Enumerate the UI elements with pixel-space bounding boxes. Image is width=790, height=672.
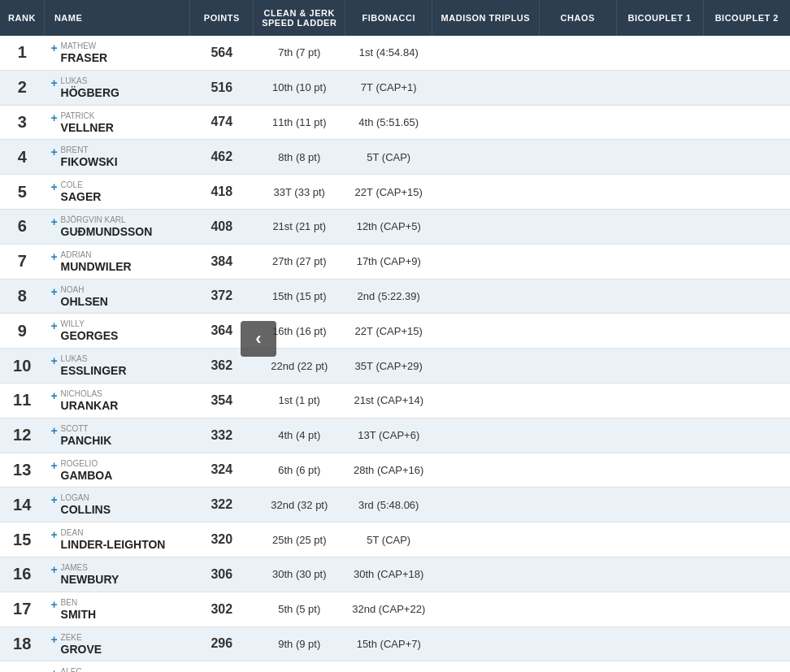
cell-cjsl: 7th (7 pt) — [254, 36, 345, 70]
cell-fibonacci: 4th (5:51.65) — [345, 105, 432, 140]
cell-fibonacci: 5T (CAP) — [345, 522, 432, 557]
expand-button[interactable]: + — [50, 250, 57, 263]
expand-button[interactable]: + — [50, 285, 57, 298]
cell-fibonacci: 30th (CAP+18) — [345, 557, 432, 592]
header-name: NAME — [44, 0, 190, 36]
expand-button[interactable]: + — [50, 459, 57, 472]
name-text: ROGELIO GAMBOA — [61, 458, 113, 483]
table-row: 9 + WILLY GEORGES 36416th (16 pt)22T (CA… — [0, 314, 790, 349]
expand-button[interactable]: + — [50, 598, 57, 611]
cell-chaos — [539, 557, 616, 592]
name-text: BEN SMITH — [61, 597, 97, 622]
name-text: LUKAS HÖGBERG — [61, 76, 119, 100]
name-row: + COLE SAGER — [50, 180, 184, 204]
expand-button[interactable]: + — [50, 180, 57, 193]
table-header: RANK NAME POINTS CLEAN & JERK SPEED LADD… — [0, 0, 790, 36]
nav-left-button[interactable]: ‹ — [241, 321, 276, 357]
table-row: 15 + DEAN LINDER-LEIGHTON 32025th (25 pt… — [0, 522, 790, 557]
cell-chaos — [539, 314, 616, 349]
cell-name: + MATHEW FRASER — [44, 36, 190, 70]
cell-bicouplet1 — [616, 661, 703, 672]
name-text: BJÖRGVIN KARL GUÐMUNDSSON — [61, 215, 153, 239]
cell-fibonacci: 18T (CAP+10) — [345, 661, 432, 672]
name-text: ALEC SMITH — [61, 666, 97, 672]
cell-name: + ZEKE GROVE — [44, 626, 190, 661]
expand-button[interactable]: + — [50, 41, 57, 54]
athlete-last-name: SAGER — [61, 190, 102, 204]
cell-fibonacci: 7T (CAP+1) — [345, 70, 432, 105]
cell-name: + ROGELIO GAMBOA — [44, 453, 190, 488]
name-text: LOGAN COLLINS — [61, 492, 111, 517]
cell-cjsl: 15th (15 pt) — [254, 279, 345, 314]
cell-fibonacci: 22T (CAP+15) — [345, 175, 432, 210]
expand-button[interactable]: + — [50, 528, 57, 541]
table-row: 17 + BEN SMITH 3025th (5 pt)32nd (CAP+22… — [0, 592, 790, 626]
cell-points: 384 — [190, 244, 254, 279]
cell-bicouplet1 — [616, 140, 703, 175]
cell-name: + ADRIAN MUNDWILER — [44, 244, 190, 279]
cell-madison — [432, 175, 540, 210]
cell-fibonacci: 32nd (CAP+22) — [345, 592, 432, 626]
cell-bicouplet2 — [703, 105, 790, 140]
cell-bicouplet2 — [703, 383, 790, 418]
athlete-last-name: ESSLINGER — [61, 364, 127, 378]
name-text: JAMES NEWBURY — [61, 562, 119, 587]
expand-button[interactable]: + — [50, 145, 57, 158]
cell-madison — [432, 279, 540, 314]
name-text: WILLY GEORGES — [61, 319, 119, 343]
cell-bicouplet1 — [616, 626, 703, 661]
cell-madison — [432, 488, 540, 522]
table-row: 19 + ALEC SMITH 29612th (12 pt)18T (CAP+… — [0, 661, 790, 672]
name-text: NOAH OHLSEN — [61, 284, 108, 309]
expand-button[interactable]: + — [50, 215, 57, 228]
cell-madison — [432, 244, 540, 279]
cell-name: + WILLY GEORGES — [44, 314, 190, 349]
athlete-first-name: COLE — [61, 180, 102, 190]
athlete-first-name: LOGAN — [61, 492, 111, 503]
cell-bicouplet2 — [703, 140, 790, 175]
athlete-last-name: MUNDWILER — [61, 260, 132, 274]
cell-rank: 2 — [0, 70, 44, 105]
cell-name: + ALEC SMITH — [44, 661, 190, 672]
expand-button[interactable]: + — [50, 493, 57, 506]
name-row: + SCOTT PANCHIK — [50, 423, 184, 448]
name-text: DEAN LINDER-LEIGHTON — [61, 527, 166, 552]
cell-fibonacci: 1st (4:54.84) — [345, 36, 432, 70]
cell-rank: 17 — [0, 592, 44, 626]
athlete-first-name: DEAN — [61, 527, 166, 538]
athlete-first-name: LUKAS — [61, 76, 119, 86]
cell-name: + COLE SAGER — [44, 175, 190, 210]
cell-rank: 9 — [0, 314, 44, 349]
cell-madison — [432, 557, 540, 592]
cell-rank: 10 — [0, 349, 44, 384]
cell-fibonacci: 21st (CAP+14) — [345, 383, 432, 418]
cell-fibonacci: 2nd (5:22.39) — [345, 279, 432, 314]
cell-name: + NICHOLAS URANKAR — [44, 383, 190, 418]
cell-bicouplet1 — [616, 105, 703, 140]
expand-button[interactable]: + — [50, 389, 57, 402]
name-row: + LUKAS HÖGBERG — [50, 76, 184, 100]
cell-madison — [432, 418, 540, 453]
expand-button[interactable]: + — [50, 319, 57, 332]
table-row: 13 + ROGELIO GAMBOA 3246th (6 pt)28th (C… — [0, 453, 790, 488]
expand-button[interactable]: + — [50, 633, 57, 646]
athlete-last-name: GEORGES — [61, 329, 119, 343]
cell-bicouplet2 — [703, 418, 790, 453]
name-row: + BEN SMITH — [50, 597, 184, 622]
expand-button[interactable]: + — [50, 111, 57, 124]
cell-bicouplet2 — [703, 175, 790, 210]
expand-button[interactable]: + — [50, 667, 57, 672]
expand-button[interactable]: + — [50, 76, 57, 89]
cell-rank: 11 — [0, 383, 44, 418]
cell-rank: 16 — [0, 557, 44, 592]
cell-cjsl: 1st (1 pt) — [254, 383, 345, 418]
expand-button[interactable]: + — [50, 563, 57, 576]
name-text: PATRICK VELLNER — [61, 111, 114, 135]
cell-bicouplet1 — [616, 209, 703, 244]
name-text: SCOTT PANCHIK — [61, 423, 112, 448]
name-row: + BRENT FIKOWSKI — [50, 145, 184, 169]
name-text: MATHEW FRASER — [61, 41, 108, 65]
cell-bicouplet2 — [703, 36, 790, 70]
expand-button[interactable]: + — [50, 424, 57, 437]
expand-button[interactable]: + — [50, 354, 57, 367]
